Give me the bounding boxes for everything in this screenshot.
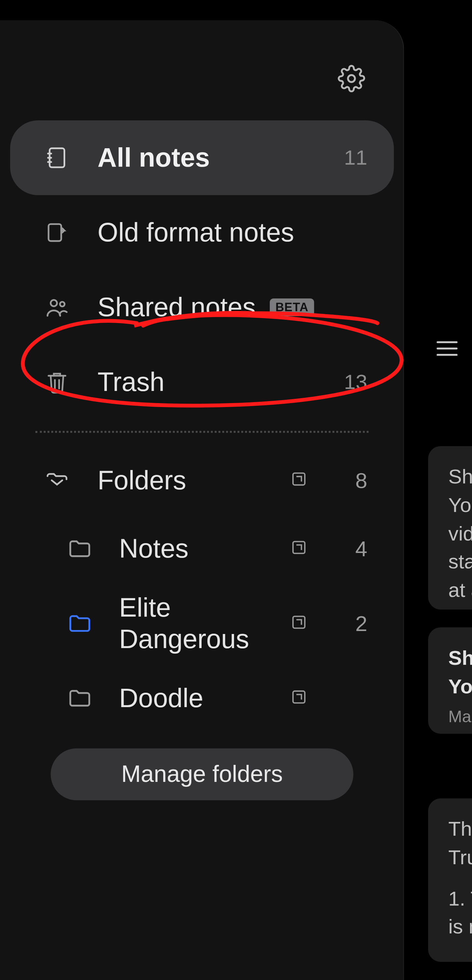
nav-shared-notes[interactable]: Shared notes BETA [10,270,394,345]
note-subtext: Ma [448,707,472,727]
manage-folders-label: Manage folders [121,761,283,788]
note-text: at a [448,576,472,605]
svg-rect-16 [293,691,305,703]
svg-rect-15 [293,616,305,628]
folder-icon [66,684,94,713]
folder-count: 4 [338,536,367,561]
folder-item[interactable]: Elite Dangerous2 [10,586,394,661]
folder-item[interactable]: Doodle [10,661,394,736]
manage-folders-button[interactable]: Manage folders [51,748,353,800]
nav-label: Trash [98,366,338,398]
svg-point-9 [51,300,57,306]
note-title: Sha [448,644,472,672]
svg-point-10 [60,302,65,306]
folder-item[interactable]: Notes4 [10,511,394,586]
folders-label: Folders [98,465,289,496]
folder-label: Doodle [119,682,289,714]
folder-label: Notes [119,533,289,565]
nav-count: 11 [338,146,367,170]
nav-old-format-notes[interactable]: Old format notes [10,195,394,270]
note-text: star [448,548,472,576]
note-icon [43,144,71,172]
hamburger-menu-icon[interactable] [434,336,459,361]
svg-rect-13 [293,473,305,485]
navigation-drawer: All notes 11 Old format notes [0,20,404,980]
settings-button[interactable] [338,65,366,92]
people-icon [43,294,71,321]
folder-label: Elite Dangerous [119,592,289,655]
note-text: Tru [448,843,472,872]
note-text: is n [448,913,472,941]
note-title: YouT [448,672,472,700]
sync-icon [289,537,309,560]
beta-badge: BETA [270,299,314,316]
folders-header[interactable]: Folders 8 [10,449,394,511]
note-text: Thr [448,815,472,843]
folder-open-icon [43,466,71,494]
note-card[interactable]: Thr Tru 1. T is n [428,798,472,962]
nav-label: Shared notes [98,291,256,323]
nav-trash[interactable]: Trash 13 [10,345,394,420]
trash-icon [43,368,71,396]
note-text: You [448,491,472,520]
note-card[interactable]: Sha You vide star at a [428,446,472,609]
note-card[interactable]: Sha YouT Ma [428,627,472,734]
svg-rect-8 [49,224,61,241]
nav-label: All notes [98,142,338,173]
svg-rect-14 [293,541,305,553]
note-text: 1. T [448,884,472,913]
convert-note-icon [43,219,71,247]
note-text: vide [448,519,472,548]
folder-count: 8 [338,468,367,493]
svg-point-3 [348,75,355,82]
folder-icon [66,535,94,563]
nav-label: Old format notes [98,216,367,248]
nav-all-notes[interactable]: All notes 11 [10,120,394,195]
sync-icon [289,469,309,492]
sync-icon [289,612,309,635]
folder-count: 2 [338,611,367,636]
folder-icon [66,610,94,638]
nav-count: 13 [338,370,367,394]
note-text: Sha [448,463,472,491]
divider [35,431,369,433]
sync-icon [289,687,309,710]
